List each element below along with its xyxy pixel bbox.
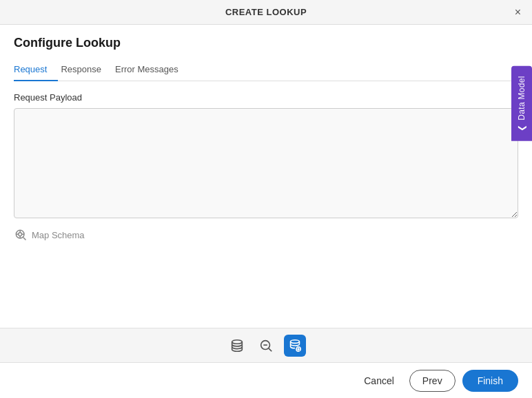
finish-button[interactable]: Finish (462, 370, 518, 392)
database-icon-button[interactable] (226, 335, 248, 357)
footer: Cancel Prev Finish (0, 362, 532, 398)
data-model-label: Data Model (517, 76, 526, 120)
zoom-out-icon (258, 338, 274, 353)
map-schema-row[interactable]: Map Schema (14, 228, 518, 242)
svg-point-7 (232, 339, 243, 344)
svg-line-9 (269, 348, 272, 351)
svg-point-2 (19, 233, 22, 236)
tab-request[interactable]: Request (14, 59, 58, 81)
title-bar: CREATE LOOKUP × (0, 0, 532, 25)
close-button[interactable]: × (512, 6, 524, 19)
tab-error-messages[interactable]: Error Messages (112, 59, 190, 81)
icon-bar (0, 328, 532, 362)
database-icon (229, 338, 245, 353)
tab-response[interactable]: Response (58, 59, 112, 81)
svg-point-11 (291, 339, 300, 343)
modal-container: CREATE LOOKUP × Configure Lookup Request… (0, 0, 532, 398)
data-model-tab[interactable]: ❮ Data Model (511, 66, 532, 141)
page-title: Configure Lookup (14, 36, 518, 50)
zoom-out-icon-button[interactable] (255, 335, 277, 357)
payload-label: Request Payload (14, 92, 518, 103)
svg-line-1 (23, 238, 26, 240)
cancel-button[interactable]: Cancel (356, 370, 402, 392)
data-model-chevron: ❮ (517, 124, 526, 131)
map-schema-label: Map Schema (32, 230, 85, 240)
svg-point-13 (298, 348, 299, 350)
database-settings-icon-button[interactable] (284, 335, 306, 357)
payload-textarea[interactable] (14, 108, 518, 218)
tab-bar: Request Response Error Messages (14, 59, 518, 81)
map-schema-icon (14, 228, 28, 242)
modal-title: CREATE LOOKUP (225, 7, 307, 17)
database-settings-icon (287, 338, 303, 353)
prev-button[interactable]: Prev (409, 370, 456, 392)
main-content: Configure Lookup Request Response Error … (0, 25, 532, 328)
